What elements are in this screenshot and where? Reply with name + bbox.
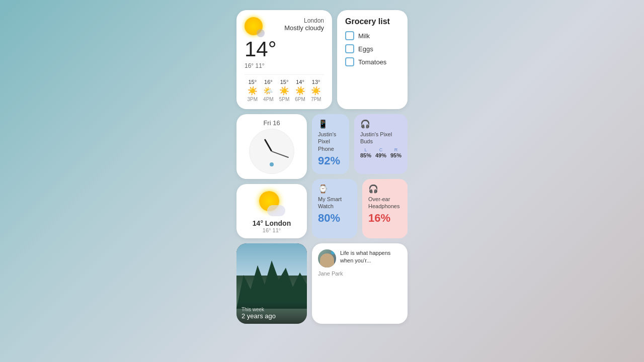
bottom-row: This week 2 years ago Life is what happe… xyxy=(236,243,408,324)
weather-widget[interactable]: London Mostly cloudy 14° 16° 11° 15° ☀️ … xyxy=(236,10,332,109)
grocery-item-eggs[interactable]: Eggs xyxy=(345,44,399,53)
avatar-face xyxy=(320,253,334,267)
weather-small-temp: 14° London xyxy=(253,219,291,227)
grocery-item-milk[interactable]: Milk xyxy=(345,31,399,40)
forecast-time: 3PM xyxy=(245,97,261,102)
weather-sun-icon xyxy=(245,17,263,35)
clock-hand-hour xyxy=(264,139,273,152)
forecast-temp: 15° xyxy=(245,79,261,85)
cloud-partial xyxy=(267,205,285,216)
phone-battery-percent: 92% xyxy=(318,154,343,167)
weather-temp-range: 16° 11° xyxy=(245,62,324,69)
clock-hand-minute xyxy=(272,151,289,158)
grocery-title: Grocery list xyxy=(345,17,399,26)
weather-header: London Mostly cloudy xyxy=(245,17,324,35)
headphones-battery-percent: 16% xyxy=(368,212,401,225)
clock-date: Fri 16 xyxy=(263,119,280,127)
forecast-item-6pm: 14° ☀️ 6PM xyxy=(292,79,308,102)
forecast-temp: 13° xyxy=(308,79,324,85)
middle-section: Fri 16 14° London 16° 11° xyxy=(236,114,408,238)
quote-text: Life is what happens when you'r... xyxy=(340,249,401,265)
grocery-checkbox-tomatoes[interactable] xyxy=(345,57,354,66)
forecast-time: 4PM xyxy=(261,97,277,102)
weather-small-sun xyxy=(258,189,285,216)
headphones-battery-widget[interactable]: 🎧 Over-ear Headphones 16% xyxy=(362,179,408,239)
weather-city: London xyxy=(284,17,324,24)
buds-icon: 🎧 xyxy=(360,119,401,129)
buds-center-val: 49% xyxy=(375,152,386,158)
phone-battery-widget[interactable]: 📱 Justin's Pixel Phone 92% xyxy=(312,114,349,174)
forecast-item-5pm: 15° ☀️ 5PM xyxy=(276,79,292,102)
clock-face xyxy=(249,129,294,174)
forecast-item-7pm: 13° ☀️ 7PM xyxy=(308,79,324,102)
clock-widget[interactable]: Fri 16 xyxy=(236,114,307,179)
forecast-time: 7PM xyxy=(308,97,324,102)
forecast-icon: 🌤️ xyxy=(261,86,277,96)
buds-name: Justin's Pixel Buds xyxy=(360,131,401,145)
headphones-name: Over-ear Headphones xyxy=(368,196,401,210)
weather-description: Mostly cloudy xyxy=(284,24,324,32)
buds-right-label: R xyxy=(390,147,401,152)
clock-dot xyxy=(270,162,274,166)
forecast-icon: ☀️ xyxy=(245,86,261,96)
forecast-time: 5PM xyxy=(276,97,292,102)
watch-battery-widget[interactable]: ⌚ My Smart Watch 80% xyxy=(312,179,357,239)
forecast-time: 6PM xyxy=(292,97,308,102)
grocery-label-milk: Milk xyxy=(358,32,370,40)
grocery-checkbox-milk[interactable] xyxy=(345,31,354,40)
watch-battery-percent: 80% xyxy=(318,212,351,225)
photo-time-ago: 2 years ago xyxy=(242,312,302,320)
quote-avatar xyxy=(318,249,336,267)
grocery-label-tomatoes: Tomatoes xyxy=(358,58,386,66)
buds-left-val: 85% xyxy=(360,152,371,158)
weather-small-widget[interactable]: 14° London 16° 11° xyxy=(236,184,307,238)
quote-author: Jane Park xyxy=(318,270,401,277)
forecast-item-4pm: 16° 🌤️ 4PM xyxy=(261,79,277,102)
quote-widget[interactable]: Life is what happens when you'r... Jane … xyxy=(312,243,408,324)
buds-right: R 95% xyxy=(390,147,401,158)
forecast-icon: ☀️ xyxy=(308,86,324,96)
quote-content: Life is what happens when you'r... xyxy=(318,249,401,267)
buds-battery-widget[interactable]: 🎧 Justin's Pixel Buds L 85% C 49% R xyxy=(354,114,408,174)
watch-icon: ⌚ xyxy=(318,184,351,194)
forecast-icon: ☀️ xyxy=(292,86,308,96)
headphones-icon: 🎧 xyxy=(368,184,401,194)
forecast-temp: 16° xyxy=(261,79,277,85)
weather-location: London Mostly cloudy xyxy=(284,17,324,32)
grocery-label-eggs: Eggs xyxy=(358,45,373,53)
buds-battery-multi: L 85% C 49% R 95% xyxy=(360,147,401,158)
battery-bottom-row: ⌚ My Smart Watch 80% 🎧 Over-ear Headphon… xyxy=(312,179,408,239)
grocery-checkbox-eggs[interactable] xyxy=(345,44,354,53)
forecast-temp: 14° xyxy=(292,79,308,85)
buds-left-label: L xyxy=(360,147,371,152)
battery-top-row: 📱 Justin's Pixel Phone 92% 🎧 Justin's Pi… xyxy=(312,114,408,174)
forecast-temp: 15° xyxy=(276,79,292,85)
photo-week-label: This week xyxy=(242,307,302,312)
buds-center: C 49% xyxy=(375,147,386,158)
buds-left: L 85% xyxy=(360,147,371,158)
weather-temp-main: 14° xyxy=(245,37,324,61)
grocery-widget[interactable]: Grocery list Milk Eggs Tomatoes xyxy=(337,10,408,109)
weather-forecast: 15° ☀️ 3PM 16° 🌤️ 4PM 15° ☀️ 5PM 14° ☀️ xyxy=(245,74,324,102)
buds-right-val: 95% xyxy=(390,152,401,158)
left-column: Fri 16 14° London 16° 11° xyxy=(236,114,307,238)
phone-icon: 📱 xyxy=(318,119,343,129)
top-row: London Mostly cloudy 14° 16° 11° 15° ☀️ … xyxy=(236,10,408,109)
grocery-item-tomatoes[interactable]: Tomatoes xyxy=(345,57,399,66)
weather-small-range: 16° 11° xyxy=(263,227,281,233)
forecast-item-3pm: 15° ☀️ 3PM xyxy=(245,79,261,102)
phone-screen: London Mostly cloudy 14° 16° 11° 15° ☀️ … xyxy=(236,5,408,357)
battery-grid: 📱 Justin's Pixel Phone 92% 🎧 Justin's Pi… xyxy=(312,114,408,238)
photo-widget[interactable]: This week 2 years ago xyxy=(236,243,307,324)
phone-name: Justin's Pixel Phone xyxy=(318,131,343,152)
forecast-icon: ☀️ xyxy=(276,86,292,96)
photo-overlay: This week 2 years ago xyxy=(236,303,307,324)
watch-name: My Smart Watch xyxy=(318,196,351,210)
buds-center-label: C xyxy=(375,147,386,152)
quote-online-dot xyxy=(331,250,335,254)
